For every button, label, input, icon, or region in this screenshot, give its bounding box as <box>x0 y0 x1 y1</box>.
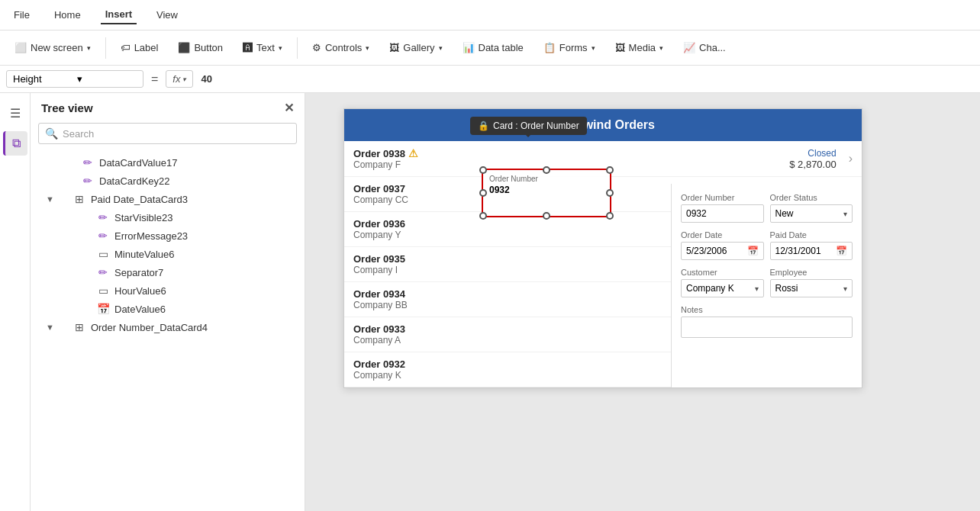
button-icon: ⬛ <box>178 42 190 53</box>
order-list-container: Order 0938 ⚠ Company F Closed $ 2,870.00… <box>344 141 862 387</box>
menu-bar: File Home Insert View <box>0 0 980 31</box>
forms-label: Forms <box>559 42 588 53</box>
customer-field: Customer Company K ▾ <box>681 268 764 297</box>
new-screen-button[interactable]: ⬜ New screen ▾ <box>6 37 99 58</box>
controls-icon: ⚙ <box>312 42 321 53</box>
layers-icon[interactable]: ⧉ <box>3 131 27 156</box>
menu-view[interactable]: View <box>152 6 182 24</box>
paid-date-value: 12/31/2001 <box>775 246 821 256</box>
equals-sign: = <box>143 72 166 86</box>
list-item[interactable]: ✏ Separator7 <box>31 263 305 281</box>
list-item[interactable]: 📅 DateValue6 <box>31 300 305 318</box>
order-status-field: Order Status New ▾ <box>770 193 853 223</box>
employee-value: Rossi <box>775 283 798 294</box>
gallery-icon: 🖼 <box>389 42 399 53</box>
fx-badge[interactable]: fx ▾ <box>166 70 193 88</box>
employee-chevron-icon: ▾ <box>843 284 847 293</box>
tooltip-label: Card : Order Number <box>493 121 579 131</box>
list-item[interactable]: ▼ ⊞ Paid Date_DataCard3 <box>31 190 305 208</box>
tree-item-label: Paid Date_DataCard3 <box>91 194 188 205</box>
menu-insert[interactable]: Insert <box>101 5 137 24</box>
data-table-button[interactable]: 📊 Data table <box>454 37 532 58</box>
handle-mr[interactable] <box>606 189 614 197</box>
tree-search-container[interactable]: 🔍 <box>38 123 297 144</box>
edit-icon: ✏ <box>81 175 95 187</box>
chart-label: Cha... <box>699 42 726 53</box>
gallery-chevron: ▾ <box>439 44 443 52</box>
handle-tm[interactable] <box>543 166 550 174</box>
search-input[interactable] <box>63 128 290 140</box>
list-item[interactable]: ▭ HourValue6 <box>31 281 305 300</box>
controls-button[interactable]: ⚙ Controls ▾ <box>304 37 378 58</box>
tree-item-label: Separator7 <box>114 267 163 278</box>
order-date-input[interactable]: 5/23/2006 📅 <box>681 242 764 260</box>
employee-select[interactable]: Rossi ▾ <box>770 279 853 297</box>
controls-chevron: ▾ <box>366 44 369 52</box>
order-number-value: 0932 <box>686 208 707 219</box>
list-item[interactable]: ✏ DataCardValue17 <box>31 153 305 172</box>
label-icon: 🏷 <box>121 42 131 53</box>
list-item[interactable]: ✏ DataCardKey22 <box>31 172 305 190</box>
property-selector[interactable]: Height ▾ <box>6 70 143 88</box>
handle-tr[interactable] <box>606 166 614 174</box>
order-number-field: Order Number 0932 <box>681 193 764 223</box>
tree-item-label: HourValue6 <box>114 285 166 297</box>
gallery-label: Gallery <box>403 42 434 53</box>
property-selector-label: Height <box>13 73 73 85</box>
handle-br[interactable] <box>606 212 614 220</box>
menu-file[interactable]: File <box>9 6 34 24</box>
collapse-icon[interactable]: ▼ <box>46 323 54 332</box>
handle-tl[interactable] <box>479 166 487 174</box>
tree-title: Tree view <box>41 101 93 114</box>
handle-bl[interactable] <box>479 212 487 220</box>
order-date-value: 5/23/2006 <box>686 246 727 256</box>
calendar-icon: 📅 <box>747 246 759 256</box>
paid-date-input[interactable]: 12/31/2001 📅 <box>770 242 853 260</box>
new-screen-icon: ⬜ <box>15 42 27 53</box>
list-item[interactable]: ✏ ErrorMessage23 <box>31 227 305 245</box>
search-icon: 🔍 <box>45 127 58 140</box>
label-button[interactable]: 🏷 Label <box>112 37 167 58</box>
media-label: Media <box>629 42 656 53</box>
order-arrow-icon: › <box>849 152 853 166</box>
employee-field: Employee Rossi ▾ <box>770 268 853 297</box>
media-button[interactable]: 🖼 Media ▾ <box>607 37 672 58</box>
forms-button[interactable]: 📋 Forms ▾ <box>535 37 604 58</box>
property-selector-chevron: ▾ <box>77 73 137 85</box>
list-item[interactable]: ▼ ⊞ Order Number_DataCard4 <box>31 318 305 336</box>
order-number-input[interactable]: 0932 <box>681 204 764 223</box>
text-chevron: ▾ <box>279 44 282 52</box>
customer-select[interactable]: Company K ▾ <box>681 279 764 297</box>
detail-row-2: Order Date 5/23/2006 📅 Paid Date 12/31/2… <box>681 230 853 260</box>
rect-icon: ▭ <box>96 284 110 297</box>
left-sidebar: ☰ ⧉ <box>0 93 31 511</box>
list-item[interactable]: ▭ MinuteValue6 <box>31 245 305 263</box>
handle-bm[interactable] <box>543 212 550 220</box>
chart-button[interactable]: 📈 Cha... <box>675 37 734 58</box>
order-status-select[interactable]: New ▾ <box>770 204 853 223</box>
tree-item-label: StarVisible23 <box>114 212 172 223</box>
separator-2 <box>297 37 298 59</box>
collapse-icon[interactable]: ▼ <box>46 194 54 204</box>
list-item[interactable]: ✏ StarVisible23 <box>31 208 305 227</box>
button-button[interactable]: ⬛ Button <box>169 37 231 58</box>
notes-field: Notes <box>681 305 853 338</box>
tree-item-label: DateValue6 <box>114 304 166 315</box>
tree-panel: Tree view ✕ 🔍 ✏ DataCardValue17 ✏ DataCa… <box>31 93 305 511</box>
handle-ml[interactable] <box>479 189 487 197</box>
tree-item-label: DataCardKey22 <box>99 175 170 187</box>
edit-icon: ✏ <box>96 266 110 278</box>
menu-home[interactable]: Home <box>50 6 85 24</box>
text-button[interactable]: 🅰 Text ▾ <box>234 37 291 58</box>
detail-row-1: Order Number 0932 Order Status New ▾ <box>681 193 853 223</box>
tree-close-icon[interactable]: ✕ <box>284 101 294 115</box>
data-table-label: Data table <box>479 42 524 53</box>
fx-label: fx <box>172 73 180 85</box>
gallery-button[interactable]: 🖼 Gallery ▾ <box>381 37 450 58</box>
selected-card-content: Order Number 0932 <box>483 170 610 200</box>
tooltip-card: 🔒 Card : Order Number <box>470 117 587 135</box>
notes-input[interactable] <box>681 317 853 338</box>
hamburger-icon[interactable]: ☰ <box>3 101 27 125</box>
button-label: Button <box>194 42 223 53</box>
detail-panel: Order Number 0932 Order Status New ▾ <box>671 184 862 387</box>
